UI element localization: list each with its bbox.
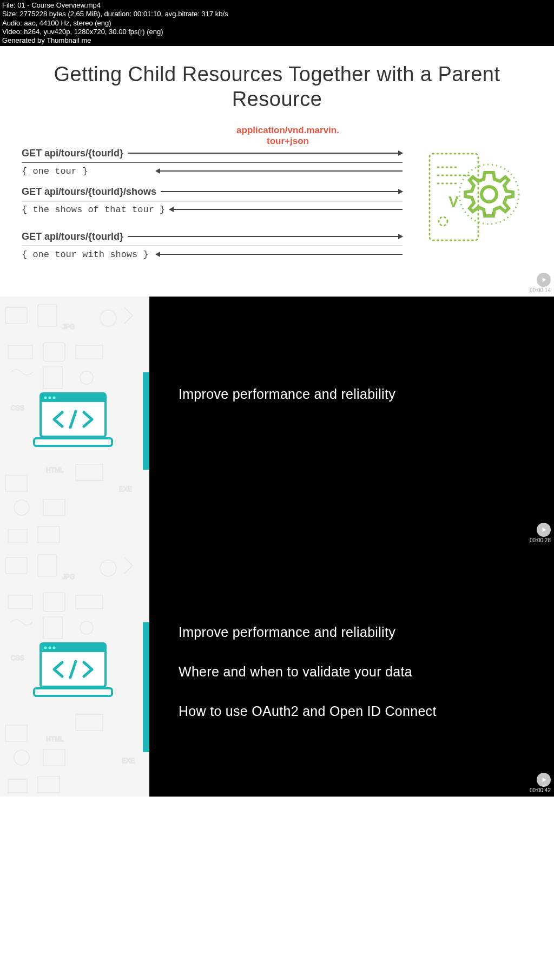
timestamp: 00:00:28 <box>530 537 551 543</box>
laptop-code-icon <box>32 391 114 452</box>
svg-text:HTML: HTML <box>46 466 64 474</box>
arrow-left-icon <box>169 209 403 210</box>
arrow-right-icon <box>161 191 403 192</box>
svg-rect-44 <box>76 714 103 731</box>
thumbnail-frame-1: Getting Child Resources Together with a … <box>0 46 554 297</box>
bullet-line: Improve performance and reliability <box>179 386 525 402</box>
slide-content: Improve performance and reliability 00:0… <box>149 297 554 547</box>
svg-rect-9 <box>38 305 57 326</box>
api-request: GET api/tours/{tourId} <box>22 148 123 159</box>
teal-accent-bar <box>143 372 149 470</box>
meta-file: File: 01 - Course Overview.mp4 <box>2 1 552 10</box>
bullet-line: Where and when to validate your data <box>179 664 525 680</box>
api-block-2: GET api/tours/{tourId}/shows { the shows… <box>22 186 403 215</box>
svg-rect-13 <box>43 343 65 361</box>
meta-audio: Audio: aac, 44100 Hz, stereo (eng) <box>2 19 552 28</box>
svg-text:CSS: CSS <box>11 404 24 412</box>
svg-rect-48 <box>8 779 27 793</box>
svg-text:JPG: JPG <box>62 573 75 581</box>
svg-rect-15 <box>43 367 62 389</box>
svg-rect-21 <box>43 499 65 516</box>
svg-rect-19 <box>76 464 103 481</box>
svg-rect-24 <box>38 527 60 543</box>
svg-text:EXE: EXE <box>122 757 135 765</box>
play-badge: 00:00:42 <box>530 773 551 793</box>
api-request: GET api/tours/{tourId}/shows <box>22 186 156 198</box>
svg-rect-38 <box>76 595 103 609</box>
server-gear-icon: V <box>413 125 532 269</box>
svg-rect-14 <box>76 345 103 359</box>
api-request: GET api/tours/{tourId} <box>22 231 123 242</box>
svg-point-30 <box>53 397 56 399</box>
svg-rect-39 <box>43 617 62 639</box>
svg-point-53 <box>49 647 51 649</box>
api-response: { one tour } <box>22 166 151 176</box>
laptop-code-icon <box>32 641 114 702</box>
api-block-1: GET api/tours/{tourId} { one tour } <box>22 148 403 176</box>
slide-title: Getting Child Resources Together with a … <box>22 62 532 111</box>
svg-rect-12 <box>8 345 32 359</box>
api-response: { one tour with shows } <box>22 249 151 260</box>
svg-point-20 <box>14 500 29 515</box>
sidebar-pattern: JPG HTML EXE CSS <box>0 297 149 547</box>
svg-rect-17 <box>5 475 27 491</box>
svg-text:HTML: HTML <box>46 735 64 743</box>
svg-text:EXE: EXE <box>119 485 132 493</box>
svg-rect-42 <box>5 725 27 741</box>
svg-text:CSS: CSS <box>11 654 24 662</box>
meta-size: Size: 2775228 bytes (2.65 MiB), duration… <box>2 10 552 18</box>
svg-point-45 <box>14 750 29 765</box>
svg-point-28 <box>44 397 47 399</box>
api-response: { the shows of that tour } <box>22 205 165 215</box>
timestamp: 00:00:42 <box>530 787 551 793</box>
svg-text:JPG: JPG <box>62 323 75 331</box>
svg-point-7 <box>482 187 497 202</box>
meta-generator: Generated by Thumbnail me <box>2 36 552 45</box>
bullet-line: Improve performance and reliability <box>179 624 525 640</box>
thumbnail-frame-3: JPG CSS HTML EXE Impr <box>0 547 554 797</box>
svg-rect-55 <box>34 688 112 696</box>
svg-rect-33 <box>38 555 57 576</box>
svg-point-54 <box>53 647 56 649</box>
play-icon[interactable] <box>537 523 551 537</box>
sidebar-pattern: JPG CSS HTML EXE <box>0 547 149 797</box>
play-badge: 00:00:28 <box>530 523 551 543</box>
svg-rect-31 <box>34 438 112 446</box>
svg-point-40 <box>80 621 93 634</box>
svg-rect-8 <box>5 307 27 324</box>
slide-content: Improve performance and reliability Wher… <box>149 547 554 797</box>
teal-accent-bar <box>143 622 149 752</box>
play-icon[interactable] <box>537 773 551 787</box>
svg-point-11 <box>100 310 116 326</box>
arrow-right-icon <box>128 153 403 154</box>
arrow-right-icon <box>128 236 403 237</box>
svg-rect-32 <box>5 557 27 574</box>
bullet-line: How to use OAuth2 and Open ID Connect <box>179 703 525 719</box>
svg-point-52 <box>44 647 47 649</box>
svg-rect-37 <box>43 593 65 611</box>
svg-point-35 <box>100 560 116 576</box>
play-icon[interactable] <box>537 273 551 287</box>
arrow-left-icon <box>156 170 403 172</box>
thumbnail-frame-2: JPG HTML EXE CSS Improve perform <box>0 297 554 547</box>
svg-text:V: V <box>449 193 459 210</box>
arrow-left-icon <box>156 254 403 255</box>
play-badge: 00:00:14 <box>530 273 551 293</box>
api-block-3: GET api/tours/{tourId} { one tour with s… <box>22 231 403 260</box>
timestamp: 00:00:14 <box>530 287 551 293</box>
svg-point-29 <box>49 397 51 399</box>
video-metadata-bar: File: 01 - Course Overview.mp4 Size: 277… <box>0 0 554 46</box>
svg-point-4 <box>439 217 447 226</box>
svg-rect-23 <box>8 529 27 543</box>
meta-video: Video: h264, yuv420p, 1280x720, 30.00 fp… <box>2 28 552 36</box>
mime-type-label: application/vnd.marvin. tour+json <box>173 125 403 146</box>
svg-point-16 <box>80 371 93 384</box>
svg-rect-46 <box>43 749 65 766</box>
svg-rect-49 <box>38 777 60 793</box>
svg-rect-36 <box>8 595 32 609</box>
